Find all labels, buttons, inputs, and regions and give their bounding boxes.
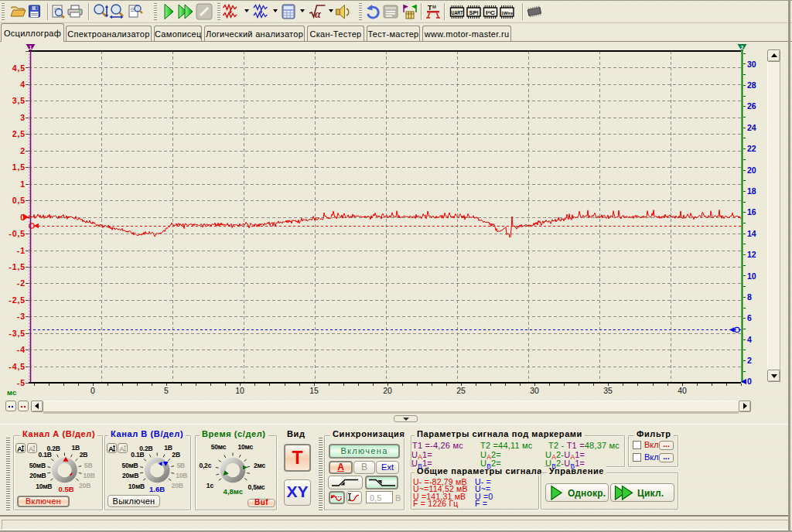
svg-text:10: 10 <box>747 271 756 281</box>
svg-text:20: 20 <box>383 386 392 395</box>
svg-text:A: A <box>29 445 34 453</box>
svg-text:2В: 2В <box>80 451 88 459</box>
svg-text:2,5: 2,5 <box>12 129 26 138</box>
svg-text:0: 0 <box>90 386 95 395</box>
svg-text:I²C: I²C <box>486 10 495 15</box>
svg-text:20мВ: 20мВ <box>29 472 46 479</box>
svg-text:-2: -2 <box>17 278 26 288</box>
svg-text:3: 3 <box>20 113 26 122</box>
svg-text:-1: -1 <box>17 246 26 255</box>
svg-text:0,5: 0,5 <box>12 196 26 205</box>
svg-text:UВ1=: UВ1= <box>411 459 432 470</box>
svg-text:4: 4 <box>747 335 752 344</box>
svg-text:-3: -3 <box>17 312 26 321</box>
svg-text:8: 8 <box>747 292 752 302</box>
svg-text:12: 12 <box>747 250 756 259</box>
svg-text:50мВ: 50мВ <box>121 462 138 469</box>
svg-text:Цикл.: Цикл. <box>637 488 664 499</box>
svg-text:10В: 10В <box>84 472 95 479</box>
svg-text:м: м <box>432 4 436 9</box>
svg-text:24: 24 <box>747 123 756 132</box>
svg-text:0: 0 <box>747 377 752 386</box>
svg-text:4,8мс: 4,8мс <box>224 487 243 496</box>
svg-text:20: 20 <box>747 165 756 175</box>
svg-text:50мВ: 50мВ <box>29 462 46 469</box>
svg-text:20В: 20В <box>79 482 90 489</box>
svg-text:10мс: 10мс <box>237 443 253 451</box>
svg-text:28: 28 <box>747 80 756 90</box>
svg-text:3,5: 3,5 <box>12 96 26 105</box>
svg-text:5: 5 <box>164 386 169 395</box>
svg-text:α: α <box>315 9 321 20</box>
svg-text:-5: -5 <box>17 378 26 387</box>
svg-text:25: 25 <box>456 386 466 395</box>
svg-text:1: 1 <box>20 179 26 189</box>
svg-text:14: 14 <box>747 229 756 238</box>
svg-text:0,5мс: 0,5мс <box>248 483 265 491</box>
svg-text:Т2 - Т1 =48,37 мс: Т2 - Т1 =48,37 мс <box>548 441 620 450</box>
svg-text:Т1 =-4,26 мс: Т1 =-4,26 мс <box>412 441 463 450</box>
svg-text:UART: UART <box>452 10 463 15</box>
svg-text:1: 1 <box>29 45 32 50</box>
svg-text:10: 10 <box>235 386 244 395</box>
svg-text:20В: 20В <box>172 482 183 489</box>
svg-text:10В: 10В <box>176 472 187 479</box>
svg-text:1с: 1с <box>207 482 214 489</box>
svg-text:0.1В: 0.1В <box>39 451 52 459</box>
svg-text:1В: 1В <box>72 444 80 452</box>
svg-text:0.5В: 0.5В <box>58 485 73 493</box>
svg-text:-4: -4 <box>17 345 26 354</box>
svg-text:1,5: 1,5 <box>12 162 26 172</box>
svg-text:10мВ: 10мВ <box>36 483 52 490</box>
svg-text:5В: 5В <box>177 462 186 469</box>
svg-text:40: 40 <box>678 386 687 395</box>
svg-text:Т2 =44,11 мс: Т2 =44,11 мс <box>480 441 533 450</box>
svg-text:-1,5: -1,5 <box>9 262 26 271</box>
svg-text:2мс: 2мс <box>254 462 266 469</box>
svg-text:0.1В: 0.1В <box>131 451 144 459</box>
svg-text:2: 2 <box>747 356 752 365</box>
svg-text:10мВ: 10мВ <box>128 483 145 490</box>
svg-text:2: 2 <box>741 45 744 50</box>
svg-text:F = 1226 Гц: F = 1226 Гц <box>413 499 459 508</box>
svg-text:5В: 5В <box>84 462 93 469</box>
svg-text:-4,5: -4,5 <box>9 362 26 371</box>
svg-text:20мВ: 20мВ <box>122 472 138 479</box>
svg-text:4,5: 4,5 <box>12 63 26 73</box>
svg-text:1.6В: 1.6В <box>149 485 165 493</box>
svg-text:1Wire: 1Wire <box>501 11 514 15</box>
svg-text:мс: мс <box>7 388 16 397</box>
svg-text:1В: 1В <box>164 444 172 452</box>
svg-text:30: 30 <box>747 60 756 69</box>
svg-text:2В: 2В <box>172 451 180 459</box>
svg-text:A: A <box>17 445 22 453</box>
svg-text:15: 15 <box>309 386 319 395</box>
svg-text:50мс: 50мс <box>211 443 227 451</box>
svg-text:UВ2=: UВ2= <box>480 459 501 470</box>
svg-text:-2,5: -2,5 <box>9 295 26 305</box>
svg-text:22: 22 <box>747 144 756 153</box>
svg-text:SPI: SPI <box>469 10 479 15</box>
svg-text:-3,5: -3,5 <box>9 329 26 338</box>
svg-text:A: A <box>119 445 125 453</box>
svg-text:4: 4 <box>20 80 26 89</box>
svg-text:A: A <box>108 445 114 453</box>
svg-text:30: 30 <box>530 386 539 395</box>
svg-text:F =: F = <box>475 499 487 508</box>
svg-text:16: 16 <box>747 207 756 217</box>
svg-text:0,2с: 0,2с <box>199 462 211 469</box>
svg-text:6: 6 <box>747 313 752 322</box>
svg-text:26: 26 <box>747 101 756 111</box>
svg-text:-0,5: -0,5 <box>9 229 26 238</box>
svg-text:Однокр.: Однокр. <box>568 488 606 499</box>
svg-text:35: 35 <box>603 386 613 395</box>
svg-text:2: 2 <box>20 146 26 155</box>
svg-text:18: 18 <box>747 186 756 196</box>
svg-text:UВ2-UВ1=: UВ2-UВ1= <box>545 459 585 470</box>
